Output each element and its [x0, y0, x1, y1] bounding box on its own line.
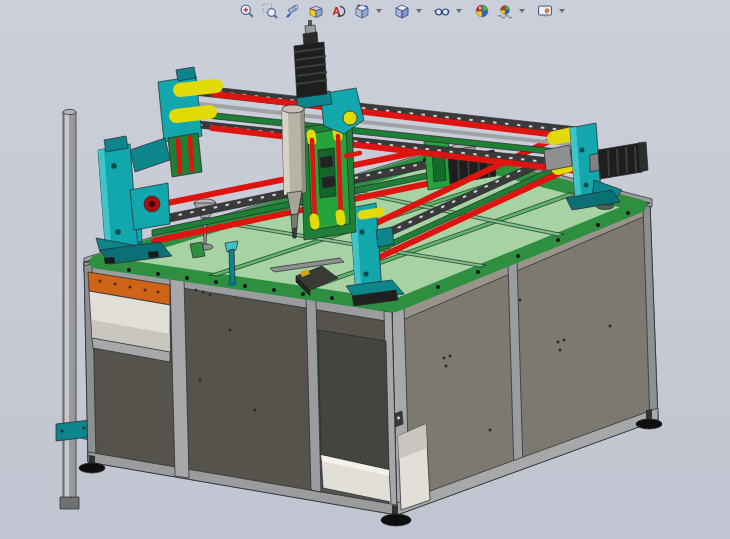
hide-show-items-button[interactable]: [431, 1, 452, 21]
zoom-to-fit-icon: [239, 3, 255, 19]
storage-shelf[interactable]: [88, 272, 170, 362]
view-settings-icon: [537, 3, 553, 19]
edit-appearance-button[interactable]: [471, 1, 492, 21]
zoom-to-fit-button[interactable]: [236, 1, 257, 21]
z-axis-carriage[interactable]: [282, 20, 364, 240]
dynamic-annotation-views-button[interactable]: A: [328, 1, 349, 21]
apply-scene-button[interactable]: [494, 1, 515, 21]
apply-scene-icon: [497, 3, 513, 19]
heads-up-view-toolbar: A: [236, 0, 572, 22]
previous-view-icon: [285, 3, 301, 19]
section-view-button[interactable]: [305, 1, 326, 21]
view-orientation-dropdown-arrow[interactable]: [374, 1, 384, 21]
view-orientation-button[interactable]: [351, 1, 372, 21]
display-style-dropdown-arrow[interactable]: [414, 1, 424, 21]
apply-scene-dropdown-arrow[interactable]: [517, 1, 527, 21]
dynamic-annotation-views-icon: A: [331, 3, 347, 19]
hide-show-items-icon: [434, 3, 450, 19]
stepper-motor[interactable]: [294, 20, 327, 98]
open-bay: [318, 330, 391, 502]
section-view-icon: [308, 3, 324, 19]
display-style-icon: [394, 3, 410, 19]
zoom-to-area-icon: [262, 3, 278, 19]
zoom-to-area-button[interactable]: [259, 1, 280, 21]
view-settings-button[interactable]: [534, 1, 555, 21]
view-orientation-icon: [354, 3, 370, 19]
display-style-button[interactable]: [391, 1, 412, 21]
viewport-canvas[interactable]: A: [0, 0, 730, 539]
view-settings-dropdown-arrow[interactable]: [557, 1, 567, 21]
edit-appearance-icon: [474, 3, 490, 19]
cad-model-cnc-gantry-machine[interactable]: [0, 0, 730, 539]
hide-show-items-dropdown-arrow[interactable]: [454, 1, 464, 21]
previous-view-button[interactable]: [282, 1, 303, 21]
